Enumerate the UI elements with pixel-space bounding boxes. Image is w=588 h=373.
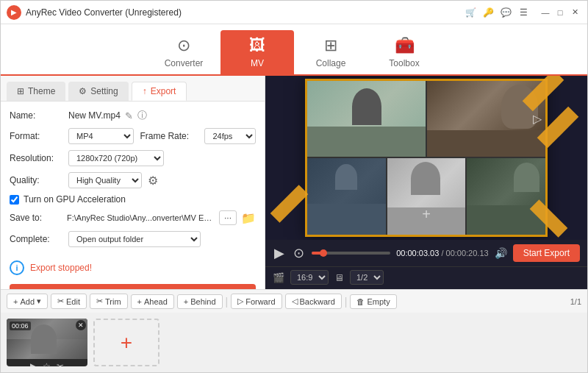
name-label: Name:: [10, 110, 62, 121]
nav-toolbox[interactable]: 🧰 Toolbox: [368, 30, 441, 74]
theme-tab-label: Theme: [28, 86, 55, 96]
time-separator: /: [441, 249, 443, 257]
clip-close-button[interactable]: ✕: [76, 320, 86, 330]
chat-icon[interactable]: 💬: [499, 6, 512, 19]
preview-export-button[interactable]: Start Export: [513, 244, 580, 262]
edit-label: Edit: [66, 297, 80, 306]
time-display: 00:00:03.03 / 00:00:20.13: [396, 249, 488, 257]
menu-icon[interactable]: ☰: [517, 6, 530, 19]
timeline-toolbar: + Add ▾ ✂ Edit ✂ Trim + Ahead + Behind |…: [1, 289, 587, 313]
gpu-checkbox[interactable]: [10, 195, 19, 205]
clip-cut-icon[interactable]: ✂: [57, 361, 64, 366]
behind-button[interactable]: + Behind: [177, 294, 223, 309]
format-select[interactable]: MP4: [68, 128, 134, 144]
stop-button[interactable]: ⊙: [292, 245, 306, 261]
trim-icon: ✂: [96, 296, 103, 306]
add-button[interactable]: + Add ▾: [7, 294, 48, 309]
toolbox-icon: 🧰: [395, 36, 415, 55]
film-cell-bottom-1: [307, 158, 387, 235]
left-panel: ⊞ Theme ⚙ Setting ↑ Export Name:: [1, 76, 265, 289]
start-export-button[interactable]: Start Export: [10, 284, 256, 289]
ahead-label: Ahead: [144, 297, 168, 306]
theme-tab-icon: ⊞: [17, 86, 24, 96]
time-total: 00:00:20.13: [446, 249, 489, 257]
resolution-select[interactable]: 1280x720 (720p): [68, 150, 164, 166]
content-area: ⊞ Theme ⚙ Setting ↑ Export Name:: [1, 76, 587, 289]
quality-select[interactable]: High Quality: [68, 172, 142, 188]
app-logo: ▶: [7, 5, 21, 20]
clip-controls: ▶ ☆ ✂: [7, 359, 87, 366]
forward-button[interactable]: ▷ Forward: [231, 294, 282, 309]
trim-label: Trim: [105, 297, 121, 306]
preview-area: ▷: [265, 76, 587, 240]
main-window: ▶ AnyRec Video Converter (Unregistered) …: [0, 0, 588, 373]
main-navigation: ⊙ Converter 🖼 MV ⊞ Collage 🧰 Toolbox: [1, 24, 587, 76]
collage-icon: ⊞: [324, 36, 337, 55]
tab-bar: ⊞ Theme ⚙ Setting ↑ Export: [1, 76, 265, 102]
separator-2: |: [345, 296, 348, 308]
film-cell-bottom-3: [467, 158, 545, 235]
tab-theme[interactable]: ⊞ Theme: [7, 82, 65, 101]
save-path-value: F:\AnyRec Studio\Any...onverter\MV Expor…: [67, 213, 215, 222]
separator-1: |: [226, 296, 229, 308]
key-icon[interactable]: 🔑: [481, 6, 495, 19]
name-edit-icon[interactable]: ✎: [125, 110, 133, 121]
volume-button[interactable]: 🔊: [495, 247, 507, 259]
setting-tab-label: Setting: [90, 86, 118, 96]
plus-icon: +: [422, 206, 431, 223]
add-chevron-icon: ▾: [37, 296, 41, 306]
nav-collage[interactable]: ⊞ Collage: [294, 30, 368, 74]
saveto-label: Save to:: [10, 213, 62, 223]
progress-bar[interactable]: [312, 252, 390, 255]
backward-label: Backward: [300, 297, 335, 306]
film-cell-bottom-2: +: [387, 158, 467, 235]
nav-converter[interactable]: ⊙ Converter: [147, 30, 220, 74]
film-frame: ▷: [305, 79, 548, 237]
folder-button[interactable]: 📁: [241, 211, 256, 225]
resolution-row: Resolution: 1280x720 (720p): [10, 150, 256, 166]
monitor-icon: 🖥: [334, 272, 344, 283]
name-info-icon[interactable]: ⓘ: [137, 109, 147, 122]
forward-label: Forward: [245, 297, 275, 306]
video-icon: 🎬: [273, 272, 284, 283]
resolution-label: Resolution:: [10, 153, 62, 163]
export-stopped-text: Export stopped!: [30, 263, 92, 273]
film-cell-top-left: [307, 81, 427, 157]
maximize-button[interactable]: □: [553, 6, 567, 19]
saveto-row: Save to: F:\AnyRec Studio\Any...onverter…: [10, 210, 256, 225]
behind-label: Behind: [190, 297, 215, 306]
quality-gear-button[interactable]: ⚙: [148, 174, 158, 188]
complete-select[interactable]: Open output folder: [68, 231, 201, 247]
framerate-select[interactable]: 24fps: [204, 128, 256, 144]
quality-label: Quality:: [10, 175, 62, 185]
export-tab-icon: ↑: [143, 86, 147, 96]
backward-button[interactable]: ◁ Backward: [285, 294, 342, 309]
nav-mv[interactable]: 🖼 MV: [220, 30, 294, 74]
empty-button[interactable]: 🗑 Empty: [350, 294, 396, 309]
film-cell-top-right: ▷: [427, 81, 545, 157]
tab-export[interactable]: ↑ Export: [132, 82, 187, 101]
clip-play-icon[interactable]: ▶: [30, 361, 37, 366]
trim-button[interactable]: ✂ Trim: [90, 294, 128, 309]
zoom-select[interactable]: 1/2: [350, 270, 384, 285]
titlebar-icon-group: 🛒 🔑 💬 ☰: [464, 6, 530, 19]
aspect-ratio-select[interactable]: 16:9: [290, 270, 329, 285]
name-row: Name: New MV.mp4 ✎ ⓘ: [10, 109, 256, 122]
format-label: Format:: [10, 131, 62, 141]
nav-collage-label: Collage: [316, 58, 346, 68]
play-button[interactable]: ▶: [273, 245, 286, 261]
tab-setting[interactable]: ⚙ Setting: [68, 82, 128, 101]
forward-icon: ▷: [237, 296, 243, 306]
converter-icon: ⊙: [177, 36, 190, 55]
ahead-button[interactable]: + Ahead: [131, 294, 174, 309]
edit-button[interactable]: ✂ Edit: [51, 294, 87, 309]
browse-button[interactable]: ···: [219, 210, 237, 225]
close-button[interactable]: ✕: [568, 6, 581, 19]
minimize-button[interactable]: —: [539, 6, 552, 19]
name-input-group: New MV.mp4 ✎ ⓘ: [68, 109, 147, 122]
clip-star-icon[interactable]: ☆: [43, 361, 51, 366]
add-clip-button[interactable]: +: [93, 319, 159, 366]
framerate-label: Frame Rate:: [140, 131, 198, 141]
cart-icon[interactable]: 🛒: [464, 6, 477, 19]
progress-thumb: [320, 249, 327, 257]
